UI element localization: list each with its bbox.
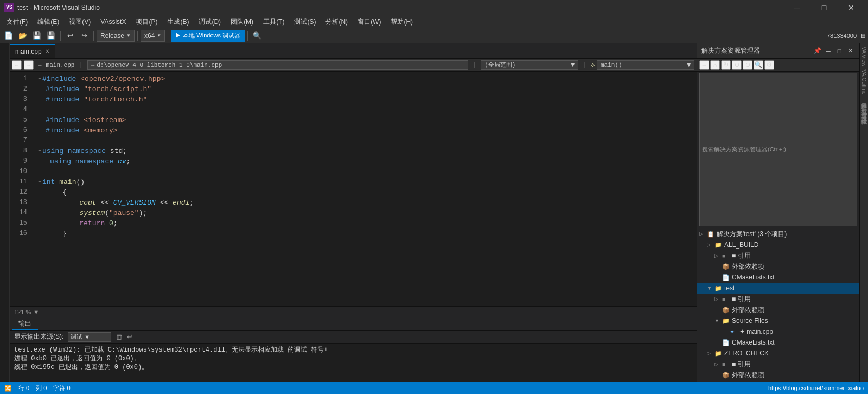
tree-allbuild[interactable]: ▷ 📁 ALL_BUILD [697,239,859,250]
se-back-btn[interactable]: ← [699,60,709,70]
menu-test[interactable]: 测试(S) [290,16,320,28]
output-wrap-btn[interactable]: ↵ [127,333,133,341]
fold-8[interactable]: − [38,146,41,156]
tree-test-source-arrow: ▼ [714,318,722,323]
nav-forward-btn[interactable]: → [24,60,34,70]
func-dropdown[interactable]: main() ▼ [597,60,694,70]
tree-allbuild-ext[interactable]: 📦 外部依赖项 [697,261,859,272]
zerocheck-ref-icon: ■ [722,361,731,367]
tree-test-ext[interactable]: 📦 外部依赖项 [697,304,859,315]
va-props-label[interactable]: 属性 [860,100,868,103]
scope-dropdown[interactable]: (全局范围) ▼ [481,60,578,70]
new-file-btn[interactable]: 📄 [2,30,15,42]
se-collapse-btn[interactable]: ⊖ [743,60,752,70]
fold-1[interactable]: − [38,74,41,84]
menu-build[interactable]: 生成(B) [163,16,193,28]
output-clear-btn[interactable]: 🗑 [116,333,123,341]
tree-zerocheck[interactable]: ▷ 📁 ZERO_CHECK [697,348,859,359]
close-button[interactable]: ✕ [839,0,864,15]
nav-full-path[interactable]: → d:\opencv_4_0_libtorch_1_0\main.cpp [87,60,468,70]
platform-dropdown[interactable]: x64 ▼ [141,30,165,42]
menu-view[interactable]: 视图(V) [65,16,95,28]
save-btn[interactable]: 💾 [30,30,43,42]
se-maximize-btn[interactable]: □ [834,46,844,56]
tab-close-btn[interactable]: ✕ [45,48,49,54]
toolbar: 📄 📂 💾 💾 ↩ ↪ Release ▼ x64 ▼ ▶ 本地 Windows… [0,28,868,43]
menu-edit[interactable]: 编辑(E) [33,16,63,28]
va-analyze-label[interactable]: 分析属性 [860,97,868,99]
tree-test-cmake[interactable]: 📄 CMakeLists.txt [697,337,859,348]
se-filter-btn[interactable]: 🔍 [754,60,763,70]
test-ref-label: ■ 引用 [732,295,751,304]
quick-launch-btn[interactable]: 🔍 [251,30,264,42]
build-count: 781334000 [827,33,857,39]
code-line-8: − using namespace std; [36,146,697,156]
menu-help[interactable]: 帮助(H) [386,16,417,28]
ln-14: 14 [10,208,31,218]
solution-explorer: 解决方案资源管理器 📌 ─ □ ✕ ← ⌂ ↻ ⊕ ⊖ 🔍 ⚙ 搜索解决方案资源… [697,43,859,382]
menu-tools[interactable]: 工具(T) [259,16,289,28]
restore-button[interactable]: □ [812,0,837,15]
tree-zerocheck-ext[interactable]: 📦 外部依赖项 [697,370,859,380]
allbuild-ref-label: ■ 引用 [732,251,751,260]
menu-file[interactable]: 文件(F) [2,16,32,28]
se-tree: ▷ 📋 解决方案'test' (3 个项目) ▷ 📁 ALL_BUILD ▷ ■… [697,227,859,382]
tree-allbuild-cmake[interactable]: 📄 CMakeLists.txt [697,272,859,283]
tree-test-source[interactable]: ▼ 📁 Source Files [697,315,859,326]
tree-main-cpp[interactable]: ✦ ✦ main.cpp [697,326,859,337]
status-line: 行 0 [18,384,29,392]
redo-btn[interactable]: ↪ [78,30,91,42]
tab-main-cpp[interactable]: main.cpp ✕ [10,44,55,58]
menu-bar: 文件(F) 编辑(E) 视图(V) VAssistX 项目(P) 生成(B) 调… [0,15,868,28]
tree-test[interactable]: ▼ 📁 test [697,283,859,294]
code-line-9: using namespace cv; [36,156,697,167]
se-settings-btn[interactable]: ⚙ [764,60,774,70]
se-close-btn[interactable]: ✕ [845,46,855,56]
se-search-box[interactable]: 搜索解决方案资源管理器(Ctrl+;) [699,73,857,226]
menu-analyze[interactable]: 分析(N) [321,16,352,28]
menu-debug[interactable]: 调试(D) [194,16,225,28]
nav-back-btn[interactable]: ← [12,60,22,70]
menu-vassistx[interactable]: VAssistX [96,16,130,28]
output-tab[interactable]: 输出 [12,318,38,330]
config-dropdown[interactable]: Release ▼ [97,30,135,42]
se-pin-btn[interactable]: 📌 [813,46,822,56]
undo-btn[interactable]: ↩ [63,30,76,42]
tree-allbuild-ref[interactable]: ▷ ■ ■ 引用 [697,250,859,261]
run-debug-button[interactable]: ▶ 本地 Windows 调试器 [171,30,245,42]
se-minimize-btn[interactable]: ─ [824,46,833,56]
tree-test-ref-arrow: ▷ [714,296,722,302]
tree-test-ref[interactable]: ▷ ■ ■ 引用 [697,294,859,304]
menu-team[interactable]: 团队(M) [226,16,258,28]
ln-8: 8 [10,146,31,156]
allbuild-cmake-icon: 📄 [722,274,731,281]
ln-4: 4 [10,105,31,115]
va-outline-label[interactable]: VA Outline [861,68,867,96]
se-expand-btn[interactable]: ⊕ [732,60,742,70]
output-dropdown-arrow: ▼ [84,334,90,340]
tree-zerocheck-arrow: ▷ [707,351,714,356]
tree-zerocheck-ref[interactable]: ▷ ■ ■ 引用 [697,359,859,370]
code-line-4 [36,105,697,115]
va-vars-label[interactable]: 变量 [860,107,868,109]
se-home-btn[interactable]: ⌂ [710,60,720,70]
va-find-symbol-label[interactable]: 查找符号 [860,110,868,112]
code-line-16: } [36,228,697,239]
code-line-10 [36,167,697,177]
menu-window[interactable]: 窗口(W) [353,16,385,28]
open-btn[interactable]: 📂 [16,30,29,42]
va-watch-label[interactable]: 监视 [860,104,868,106]
va-find-results-label[interactable]: 查找结果 [860,113,868,116]
solution-icon: 📋 [707,231,716,238]
tree-solution[interactable]: ▷ 📋 解决方案'test' (3 个项目) [697,228,859,239]
zoom-expand-btn[interactable]: ▼ [33,309,39,315]
va-view-label[interactable]: VA View [861,46,867,67]
se-refresh-btn[interactable]: ↻ [721,60,731,70]
ln-6: 6 [10,125,31,136]
save-all-btn[interactable]: 💾 [44,30,58,42]
code-editor[interactable]: − #include <opencv2/opencv.hpp> #include… [36,72,697,306]
menu-project[interactable]: 项目(P) [131,16,162,28]
minimize-button[interactable]: ─ [784,0,809,15]
output-type-dropdown[interactable]: 调试 ▼ [68,332,111,342]
fold-11[interactable]: − [38,177,41,187]
